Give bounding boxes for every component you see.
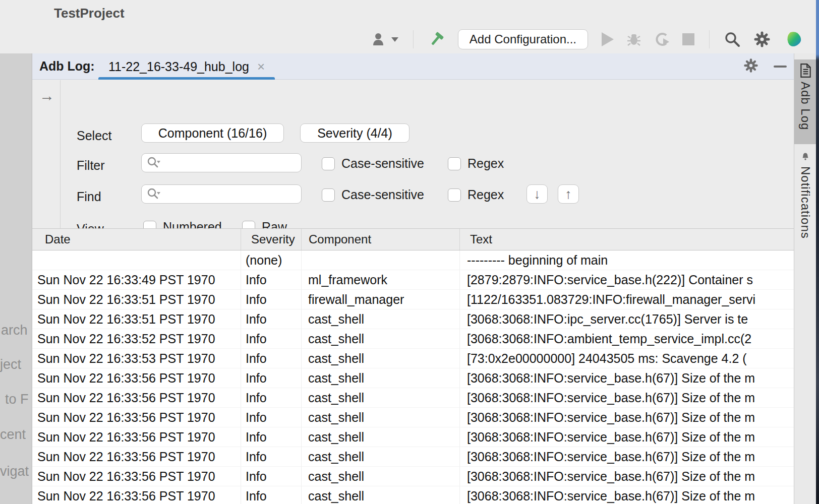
table-row[interactable]: Sun Nov 22 16:33:51 PST 1970 Info cast_s… [32,309,794,329]
column-header-component[interactable]: Component [302,229,460,250]
component-filter-button[interactable]: Component (16/16) [141,123,284,143]
project-title: TestProject [54,6,125,21]
table-row[interactable]: Sun Nov 22 16:33:53 PST 1970 Info cast_s… [32,349,794,368]
background-text-fragment: cent [0,427,26,443]
table-row[interactable]: Sun Nov 22 16:33:56 PST 1970 Info cast_s… [32,467,794,486]
settings-gear-icon[interactable] [753,31,771,48]
log-table: Date Severity Component Text (none) ----… [32,228,794,504]
log-file-tab[interactable]: 11-22_16-33-49_hub_log × [98,53,275,80]
find-regex-checkbox[interactable]: Regex [448,187,504,202]
filter-text-field[interactable] [164,156,290,170]
find-label: Find [77,190,101,204]
checkbox-box[interactable] [322,188,335,202]
bell-icon [799,152,812,162]
filter-regex-checkbox[interactable]: Regex [448,156,504,171]
toolbar-separator [709,30,710,48]
column-header-date[interactable]: Date [32,229,241,250]
table-row[interactable]: Sun Nov 22 16:33:56 PST 1970 Info cast_s… [32,447,794,467]
find-input[interactable] [141,184,302,204]
tool-window-header: Adb Log: 11-22_16-33-49_hub_log × [32,53,794,80]
table-header-row: Date Severity Component Text [32,228,794,250]
background-window-strip: arch ject to F cent vigat [0,53,32,504]
column-header-text[interactable]: Text [460,229,794,250]
adb-log-tool-window: Adb Log: 11-22_16-33-49_hub_log × [32,53,794,504]
column-header-severity[interactable]: Severity [241,229,302,250]
stop-icon[interactable] [682,33,694,45]
severity-filter-button[interactable]: Severity (4/4) [300,123,410,143]
table-row[interactable]: Sun Nov 22 16:33:56 PST 1970 Info cast_s… [32,368,794,388]
close-icon[interactable]: × [257,60,265,73]
panel-gear-icon[interactable] [743,58,758,75]
main-toolbar: Add Configuration... [365,28,809,50]
debug-icon[interactable] [627,32,641,47]
table-row[interactable]: Sun Nov 22 16:33:49 PST 1970 Info ml_fra… [32,270,794,290]
find-text-field[interactable] [164,187,290,201]
background-text-fragment: arch [1,323,28,338]
add-configuration-button[interactable]: Add Configuration... [458,29,588,49]
search-icon[interactable] [724,31,740,47]
run-icon[interactable] [602,32,614,46]
find-previous-button[interactable]: ↑ [558,184,579,204]
find-case-sensitive-checkbox[interactable]: Case-sensitive [322,187,424,202]
table-row[interactable]: Sun Nov 22 16:33:56 PST 1970 Info cast_s… [32,388,794,408]
chevron-down-icon [391,37,398,42]
background-text-fragment: to F [5,392,29,407]
search-field-icon [147,156,161,169]
collapse-arrow-icon[interactable]: → [39,87,54,104]
table-row[interactable]: Sun Nov 22 16:33:56 PST 1970 Info cast_s… [32,427,794,447]
table-row[interactable]: (none) --------- beginning of main [32,250,794,270]
checkbox-box[interactable] [448,157,461,170]
checkbox-box[interactable] [322,157,335,170]
title-bar: TestProject Add Configuration... [0,0,816,53]
table-row[interactable]: Sun Nov 22 16:33:56 PST 1970 Info cast_s… [32,486,794,504]
stripe-tab-adb-log[interactable]: Adb Log [794,59,816,144]
filter-label: Filter [77,158,105,173]
table-row[interactable]: Sun Nov 22 16:33:56 PST 1970 Info cast_s… [32,408,794,427]
ide-orb-icon[interactable] [784,30,803,49]
tool-window-title: Adb Log: [39,59,95,74]
background-text-fragment: vigat [0,464,29,479]
tab-label: 11-22_16-33-49_hub_log [108,59,249,74]
active-tab-indicator [98,77,275,80]
panel-side-toolbar: → [32,80,61,228]
ide-window: TestProject Add Configuration... [0,0,819,504]
right-tool-window-stripe: Adb Log Notifications [794,53,816,504]
filter-input[interactable] [141,153,302,172]
stripe-tab-notifications[interactable]: Notifications [794,148,816,239]
background-text-fragment: ject [0,357,21,372]
profiler-icon[interactable] [654,32,669,47]
filter-case-sensitive-checkbox[interactable]: Case-sensitive [322,156,424,171]
table-row[interactable]: Sun Nov 22 16:33:52 PST 1970 Info cast_s… [32,329,794,349]
minimize-icon[interactable] [774,66,787,68]
toolbar-separator [413,30,414,48]
table-row[interactable]: Sun Nov 22 16:33:51 PST 1970 Info firewa… [32,290,794,309]
select-label: Select [77,129,111,143]
user-icon[interactable] [371,32,398,47]
checkbox-box[interactable] [448,188,461,202]
log-filter-form: → Select Component (16/16) Severity (4/4… [32,80,794,228]
log-document-icon [799,64,812,78]
search-field-icon [147,187,161,201]
desktop-background-edge [816,0,819,504]
build-hammer-icon[interactable] [428,31,444,48]
find-next-button[interactable]: ↓ [526,184,548,204]
